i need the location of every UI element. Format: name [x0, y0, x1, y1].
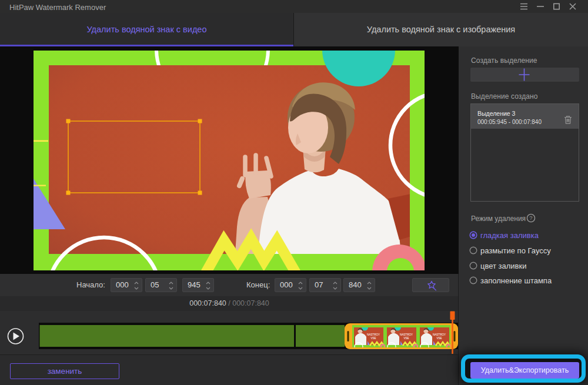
svg-text:?: ?: [529, 215, 532, 221]
